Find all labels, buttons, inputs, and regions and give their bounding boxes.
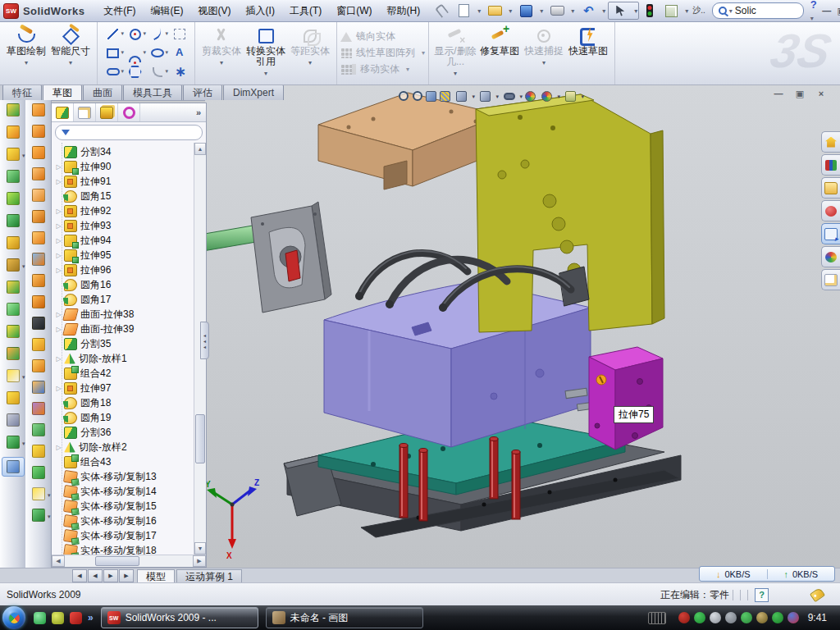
menu-item[interactable]: 编辑(E)	[144, 2, 191, 21]
expand-arrow-icon[interactable]	[54, 208, 63, 215]
extruded-boss-icon[interactable]	[3, 103, 23, 117]
tab-evaluate[interactable]: 评估	[183, 84, 222, 100]
tree-item[interactable]: 拉伸93	[54, 218, 194, 233]
model-view[interactable]: X Y Z	[205, 84, 840, 568]
instant3d-icon[interactable]	[2, 457, 25, 477]
section-view-icon[interactable]	[439, 89, 451, 103]
selection-box-icon[interactable]	[168, 25, 190, 43]
filled-surface-icon[interactable]	[29, 358, 48, 373]
extruded-cut-icon[interactable]	[3, 125, 23, 139]
rebuild-icon[interactable]	[641, 2, 658, 19]
planar-surface-icon[interactable]	[29, 209, 48, 224]
delete-body-icon[interactable]	[3, 390, 23, 405]
offset-surface-icon[interactable]	[29, 188, 48, 203]
tree-item[interactable]: 圆角15	[54, 189, 194, 203]
menu-item[interactable]: 工具(T)	[282, 2, 329, 21]
edit-appearance-icon[interactable]	[524, 89, 536, 103]
part-tool-holder[interactable]	[251, 202, 331, 313]
tag-icon[interactable]	[810, 587, 825, 602]
undo-icon[interactable]: ↶	[577, 2, 606, 19]
select-icon[interactable]	[608, 2, 639, 20]
tree-item[interactable]: 圆角17	[54, 292, 194, 307]
tree-item[interactable]: 拉伸91	[54, 174, 194, 189]
paint-task-button[interactable]: 未命名 - 画图	[266, 607, 423, 628]
tree-item[interactable]: 圆角18	[54, 395, 194, 410]
pin-icon[interactable]	[433, 2, 450, 19]
language-bar-keyboard-icon[interactable]	[648, 612, 666, 624]
tree-item[interactable]: 拉伸95	[54, 248, 194, 262]
tree-item[interactable]: 组合43	[54, 454, 194, 469]
quick-launch-more-icon[interactable]: »	[88, 612, 94, 623]
ruled-surface-icon[interactable]	[29, 422, 48, 437]
menu-item[interactable]: 视图(V)	[191, 2, 239, 21]
panel-splitter-handle[interactable]: ◂◂◂	[200, 322, 209, 359]
doc-close-button[interactable]: ×	[814, 87, 829, 100]
mirror-entities-button[interactable]: 镜向实体	[340, 30, 405, 43]
slot-tool-icon[interactable]	[102, 62, 124, 81]
tree-item[interactable]: 切除-放样2	[54, 440, 194, 454]
custom-properties-tab[interactable]	[821, 269, 840, 290]
sketch-button[interactable]: 草图绘制	[4, 25, 48, 63]
tray-messenger-status-icon[interactable]	[788, 612, 799, 623]
lofted-surface-icon[interactable]	[29, 167, 48, 181]
tree-item[interactable]: 实体-移动/复制16	[54, 514, 194, 528]
scroll-right-icon[interactable]: ▶	[193, 555, 206, 567]
new-file-icon[interactable]	[452, 2, 482, 19]
search-box[interactable]: ▾ Solic	[712, 2, 804, 19]
expand-arrow-icon[interactable]	[54, 178, 63, 185]
swept-boss-icon[interactable]	[3, 169, 23, 184]
featuremanager-tab[interactable]	[52, 103, 74, 121]
design-library-tab[interactable]	[821, 154, 840, 176]
tree-item[interactable]: 实体-移动/复制13	[54, 469, 194, 484]
tray-volume-icon[interactable]	[725, 612, 737, 623]
tray-network-warning-icon[interactable]	[756, 612, 768, 623]
line-tool-icon[interactable]	[102, 25, 124, 43]
dimxpertmanager-tab[interactable]	[118, 103, 140, 121]
untrim-surface-icon[interactable]	[29, 316, 48, 331]
expand-arrow-icon[interactable]	[54, 222, 63, 230]
scroll-down-icon[interactable]: ▼	[194, 542, 206, 555]
merge-bodies-icon[interactable]	[3, 324, 23, 339]
display-delete-relations-button[interactable]: 显示/删除几...	[433, 25, 477, 74]
move-entities-button[interactable]: 移动实体	[340, 62, 409, 76]
scroll-left-icon[interactable]: ◀	[52, 555, 65, 567]
trimmed-surface-icon[interactable]	[29, 294, 48, 309]
language-indicator[interactable]: 沙..	[691, 2, 707, 19]
view-palette-tab[interactable]	[821, 223, 840, 244]
tree-item[interactable]: 组合42	[54, 366, 194, 381]
tree-item[interactable]: 拉伸96	[54, 262, 194, 277]
split-icon[interactable]	[3, 302, 23, 317]
next-tab-button[interactable]: ▶	[103, 569, 118, 582]
tree-item[interactable]: 实体-移动/复制14	[54, 484, 194, 499]
tree-filter-box[interactable]	[55, 125, 203, 140]
tree-item[interactable]: 切除-放样1	[54, 351, 194, 366]
zoom-to-area-icon[interactable]	[411, 89, 423, 103]
graphics-viewport[interactable]: X Y Z 拉伸75	[205, 84, 840, 568]
first-tab-button[interactable]: ◀	[72, 569, 87, 582]
tree-item[interactable]: 圆角16	[54, 277, 194, 292]
tab-surfaces[interactable]: 曲面	[83, 84, 122, 100]
tree-item[interactable]: 分割34	[54, 144, 194, 159]
display-style-icon[interactable]	[477, 89, 499, 103]
revolved-surface-icon[interactable]	[29, 124, 48, 139]
zoom-to-fit-icon[interactable]	[397, 89, 409, 103]
reference-axis-icon[interactable]	[3, 413, 23, 427]
open-file-icon[interactable]	[483, 2, 513, 19]
search-input-value[interactable]: Solic	[735, 5, 756, 16]
apply-scene-icon[interactable]	[538, 89, 560, 103]
solidworks-quicklaunch-icon[interactable]	[70, 612, 82, 624]
tray-badge-icon[interactable]	[710, 612, 721, 623]
tree-item[interactable]: 拉伸94	[54, 233, 194, 248]
last-tab-button[interactable]: ▶	[119, 569, 134, 582]
configurationmanager-tab[interactable]	[96, 103, 118, 121]
hole-wizard-icon[interactable]	[3, 235, 23, 250]
tree-item[interactable]: 实体-移动/复制17	[54, 528, 194, 543]
delete-face-icon[interactable]	[29, 401, 48, 416]
text-tool-icon[interactable]	[168, 43, 190, 62]
menu-item[interactable]: 文件(F)	[96, 2, 143, 21]
tree-item[interactable]: 实体-移动/复制15	[54, 499, 194, 514]
doc-restore-button[interactable]: ▣	[792, 87, 807, 100]
tree-item[interactable]: 分割36	[54, 425, 194, 440]
expand-arrow-icon[interactable]	[54, 237, 63, 244]
solidworks-resources-tab[interactable]	[821, 131, 840, 153]
